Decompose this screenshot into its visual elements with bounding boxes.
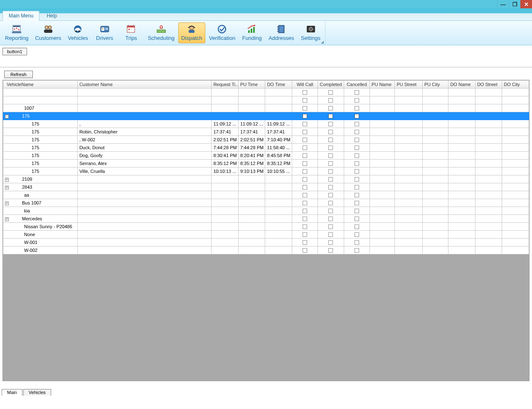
checkbox[interactable] [303, 193, 307, 197]
table-row[interactable]: +2109 [3, 175, 529, 183]
checkbox[interactable] [328, 98, 333, 103]
toolbar-customers[interactable]: Customers [32, 22, 64, 43]
checkbox[interactable] [303, 90, 307, 95]
toolbar-trips[interactable]: Trips [118, 22, 144, 43]
ribbon-tab-help[interactable]: Help [40, 11, 63, 21]
expand-icon[interactable]: + [5, 186, 9, 190]
checkbox[interactable] [328, 177, 333, 182]
checkbox[interactable] [303, 169, 307, 174]
checkbox[interactable] [303, 98, 307, 103]
col-will-call[interactable]: Will Call [292, 81, 318, 89]
col-pu-name[interactable]: PU Name [370, 81, 395, 89]
checkbox[interactable] [303, 153, 307, 158]
checkbox[interactable] [328, 161, 333, 166]
refresh-button[interactable]: Refresh [4, 71, 33, 78]
checkbox[interactable] [303, 201, 307, 205]
checkbox[interactable] [355, 193, 359, 197]
checkbox[interactable] [328, 138, 333, 142]
checkbox[interactable] [303, 217, 307, 221]
checkbox[interactable] [328, 122, 333, 126]
table-row[interactable]: 1007 [3, 104, 529, 112]
checkbox[interactable] [303, 130, 307, 134]
checkbox[interactable] [303, 145, 307, 150]
toolbar-scheduling[interactable]: Scheduling [145, 22, 177, 43]
table-row[interactable]: W-002 [3, 246, 529, 254]
col-completed[interactable]: Completed [318, 81, 344, 89]
checkbox[interactable] [355, 130, 359, 134]
checkbox[interactable] [328, 153, 333, 158]
checkbox[interactable] [355, 209, 359, 213]
checkbox[interactable] [328, 90, 333, 95]
checkbox[interactable] [303, 232, 307, 237]
checkbox[interactable] [328, 114, 333, 118]
checkbox[interactable] [355, 90, 359, 95]
col-request[interactable]: Request Ti... [212, 81, 238, 89]
checkbox[interactable] [355, 138, 359, 142]
checkbox[interactable] [328, 185, 333, 190]
ribbon-group-dialog-launcher-icon[interactable]: ◢ [320, 40, 324, 44]
close-button[interactable]: ✕ [520, 0, 532, 8]
checkbox[interactable] [355, 161, 359, 166]
checkbox[interactable] [303, 161, 307, 166]
table-row[interactable]: 175, W-0022:02:51 PM2:02:51 PM7:10:40 PM [3, 136, 529, 144]
checkbox[interactable] [355, 145, 359, 150]
toolbar-addresses[interactable]: Addresses [266, 22, 297, 43]
toolbar-vehicles[interactable]: Vehicles [65, 22, 91, 43]
table-row[interactable]: aa [3, 191, 529, 199]
checkbox[interactable] [355, 153, 359, 158]
toolbar-dispatch[interactable]: Dispatch [178, 22, 205, 43]
checkbox[interactable] [303, 248, 307, 253]
checkbox[interactable] [355, 240, 359, 245]
checkbox[interactable] [328, 240, 333, 245]
col-vehicle[interactable]: VehicleName [3, 81, 78, 89]
checkbox[interactable] [328, 145, 333, 150]
expand-icon[interactable]: + [5, 178, 9, 182]
toolbar-funding[interactable]: Funding [239, 22, 265, 43]
checkbox[interactable] [328, 106, 333, 111]
table-row[interactable]: 175Ville, Cruella10:10:13 ...9:10:13 PM1… [3, 168, 529, 175]
table-row[interactable]: +Bus 1007 [3, 199, 529, 207]
col-do-street[interactable]: DO Street [475, 81, 502, 89]
checkbox[interactable] [355, 169, 359, 174]
checkbox[interactable] [355, 224, 359, 229]
collapse-icon[interactable]: − [5, 115, 9, 118]
table-row[interactable]: 175Robin, Christopher17:37:4117:37:4117:… [3, 128, 529, 136]
checkbox[interactable] [355, 114, 359, 118]
checkbox[interactable] [355, 106, 359, 111]
checkbox[interactable] [328, 130, 333, 134]
table-row[interactable]: W-001 [3, 239, 529, 246]
toolbar-verification[interactable]: Verification [206, 22, 239, 43]
table-row[interactable]: +Mercedes [3, 215, 529, 223]
table-row[interactable]: Nissan Sunny - P20486 [3, 223, 529, 231]
col-cancelled[interactable]: Cancelled [344, 81, 369, 89]
checkbox[interactable] [303, 177, 307, 182]
checkbox[interactable] [303, 138, 307, 142]
checkbox[interactable] [355, 185, 359, 190]
checkbox[interactable] [303, 209, 307, 213]
table-row[interactable] [3, 96, 529, 104]
col-customer[interactable]: Customer Name [77, 81, 211, 89]
table-row[interactable]: 175Serrano, Alex8:35:12 PM8:35:12 PM8:35… [3, 160, 529, 168]
col-pu-city[interactable]: PU City [422, 81, 448, 89]
col-do-time[interactable]: DO Time [265, 81, 292, 89]
minimize-button[interactable]: — [497, 0, 509, 8]
checkbox[interactable] [355, 98, 359, 103]
checkbox[interactable] [355, 177, 359, 182]
checkbox[interactable] [328, 193, 333, 197]
checkbox[interactable] [303, 240, 307, 245]
checkbox[interactable] [328, 224, 333, 229]
table-row[interactable]: 175Duck, Donut7:44:28 PM7:44:28 PM11:58:… [3, 144, 529, 152]
col-pu-time[interactable]: PU Time [238, 81, 265, 89]
table-row[interactable]: 175,11:09:12 ...11:09:12 ...11:09:12 ... [3, 120, 529, 128]
expand-icon[interactable]: + [5, 202, 9, 205]
bottom-tab-vehicles[interactable]: Vehicles [23, 389, 51, 396]
checkbox[interactable] [303, 122, 307, 126]
ribbon-tab-main[interactable]: Main Menu [2, 11, 39, 21]
bottom-tab-main[interactable]: Main [2, 389, 22, 396]
checkbox[interactable] [328, 169, 333, 174]
maximize-button[interactable]: ❐ [509, 0, 520, 8]
expand-icon[interactable]: + [5, 217, 9, 221]
checkbox[interactable] [355, 232, 359, 237]
table-row[interactable]: +2843 [3, 183, 529, 191]
checkbox[interactable] [328, 201, 333, 205]
